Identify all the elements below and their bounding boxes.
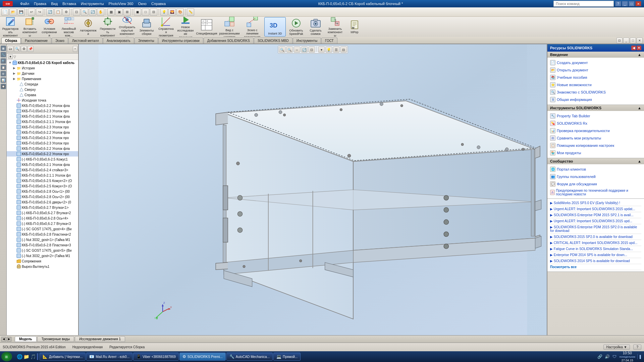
panel-max-button[interactable]: □: [630, 38, 636, 44]
menu-edit[interactable]: Правка: [32, 1, 48, 6]
tool-show-hidden[interactable]: Отобразить скрытые компоненты: [118, 17, 136, 37]
settings-dropdown[interactable]: Настройка ▼: [603, 345, 630, 350]
menu-file[interactable]: Файл: [18, 1, 31, 6]
news-item-3[interactable]: ▶ SOLIDWORKS Enterprise PDM 2015 SP2.1 i…: [550, 212, 641, 218]
news-item-8[interactable]: ▶ Fatigue Curve in SOLIDWORKS Simulation…: [550, 246, 641, 252]
view-wireframe-button[interactable]: □: [142, 8, 149, 16]
link-settings-copy[interactable]: 📋 Помощник копирования настроек: [550, 142, 641, 149]
rebuild-button[interactable]: 🔄: [46, 8, 54, 16]
open-button[interactable]: 📂: [9, 8, 17, 16]
start-button[interactable]: ⊞: [1, 352, 12, 361]
menu-bar[interactable]: Файл Правка Вид Вставка Инструменты Phot…: [18, 1, 168, 6]
tool-insert-component[interactable]: Вставить компоненты: [21, 17, 39, 37]
vp-view-menu[interactable]: ▾: [318, 47, 325, 53]
side-icon-5[interactable]: ⚙: [1, 71, 6, 76]
close-button[interactable]: ✕: [635, 1, 641, 6]
tab-gost[interactable]: ГОСТ: [321, 38, 337, 44]
news-item-1[interactable]: ▶ SolidWorks 2015 SP3.0 EV (Early Visibi…: [550, 200, 641, 206]
tab-nav-left[interactable]: ◀: [1, 337, 6, 342]
side-icon-3[interactable]: 🔍: [1, 58, 6, 64]
intro-section-header[interactable]: Введение ▲: [547, 52, 644, 58]
search-input[interactable]: [553, 1, 614, 7]
tab-layout[interactable]: Расположение: [21, 38, 51, 44]
menu-tools[interactable]: Инструменты: [79, 1, 106, 6]
link-compare[interactable]: ⚖ Сравнить мои результаты: [550, 134, 641, 142]
link-perf-check[interactable]: 📊 Проверка производительности: [550, 127, 641, 134]
taskbar-solidworks[interactable]: ⚙ SOLIDWORKS Premi...: [179, 353, 226, 361]
vp-display[interactable]: ☰: [333, 47, 339, 53]
feature-tree[interactable]: ▼ ККБ-П-0,65х0,6-2 СБ Короб кабель ▶ 📁 И…: [7, 60, 78, 335]
menu-window[interactable]: Окно: [136, 1, 149, 6]
tree-part-4[interactable]: ККБ-П-0,65х0,6-2.3 Уголок про: [7, 124, 78, 130]
link-forum[interactable]: 💬 Форум для обсуждения: [550, 180, 641, 188]
tree-part-17[interactable]: ККБ-П-0,65х0,6-2.8 Ось<2> (00: [7, 194, 78, 199]
link-alerts[interactable]: ⚠ Предупреждения по технической поддержк…: [550, 188, 641, 197]
tree-part-1[interactable]: ККБ-П-0,65х0,6-2.3 Уголок про: [7, 108, 78, 114]
resources-back-btn[interactable]: ◀: [631, 46, 636, 50]
tab-sketch[interactable]: Эскиз: [52, 38, 68, 44]
tree-notes[interactable]: ▶ 📁 Примечания: [7, 76, 78, 81]
viewport[interactable]: 🔍 🔍 ↔ 🔃 ⊡ ▾ 💡 ☰ ⊟: [79, 44, 547, 335]
tool-instant3d[interactable]: 3D Instant 3D: [264, 17, 286, 37]
taskbar-viber[interactable]: 📱 Viber +380661887869: [133, 353, 179, 361]
tree-part-23[interactable]: (-) SC GOST 17475_gost<4> (Ви: [7, 226, 78, 232]
tree-part-12[interactable]: ККБ-П-0,65х0,6-2.4 стойка<3>: [7, 167, 78, 173]
tree-part-19[interactable]: ККБ-П-0,65х0,6-2.7 Втулка<1>: [7, 205, 78, 210]
menu-help[interactable]: Справка: [149, 1, 168, 6]
side-icon-1[interactable]: ▦: [1, 46, 6, 51]
tool-move[interactable]: Переместить компонент: [99, 17, 117, 37]
tree-icon-btn1[interactable]: 🗂: [7, 46, 13, 52]
lighting-button[interactable]: 💡: [160, 8, 168, 16]
taskbar-drawings[interactable]: 📐 Добавить | Чертежи...: [40, 353, 86, 361]
tool-fasteners[interactable]: Автокрепежи: [79, 17, 97, 37]
link-general-info[interactable]: ℹ Общая информация: [550, 96, 641, 103]
taskbar-direct[interactable]: 💻 Прямой...: [273, 353, 301, 361]
view-rotate-button[interactable]: 🔃: [89, 8, 96, 16]
redo-button[interactable]: ↪: [36, 8, 43, 16]
news-item-7[interactable]: ▶ CRITICAL ALERT: Important SOLIDWORKS 2…: [550, 240, 641, 246]
root-expand[interactable]: ▼: [8, 61, 12, 65]
tree-part-6[interactable]: ККБ-П-0,65х0,6-2.3 Уголок про: [7, 135, 78, 140]
minimize-button[interactable]: _: [622, 1, 628, 6]
vp-lights[interactable]: 💡: [325, 47, 332, 53]
link-property-tab[interactable]: 🔧 Property Tab Builder: [550, 112, 641, 120]
tree-part-14[interactable]: ККБ-П-0,65х0,6-2.5 Кожух<2> (О: [7, 178, 78, 183]
vp-rotate[interactable]: 🔃: [301, 47, 308, 53]
tree-origin[interactable]: ▶ Исходная точка: [7, 98, 78, 103]
view-toolbar-btn2[interactable]: ▣: [115, 8, 123, 16]
tree-part-28[interactable]: (-) Nut 3032_gost<2> (Гайка М1: [7, 253, 78, 258]
tool-pattern[interactable]: Линейный массив ком...: [60, 17, 78, 37]
view-section-button[interactable]: ⊟: [150, 8, 157, 16]
tree-part-9[interactable]: ККБ-П-0,65х0,6-2.2 Уголок про: [7, 151, 78, 157]
tree-part-10[interactable]: (-) ККБ-П-0,65х0,6-2.5 Кожус1: [7, 157, 78, 162]
taskbar-autocad[interactable]: 🔧 AutoCAD Mechanica...: [226, 353, 273, 361]
status-question[interactable]: ?: [633, 345, 641, 350]
taskbar-ie[interactable]: 🌐: [17, 354, 22, 359]
vp-hide[interactable]: ⊟: [340, 47, 347, 53]
tree-part-22[interactable]: (-) ККБ-П-0,65х0,6-2.7 Втулка<3: [7, 221, 78, 226]
side-icon-2[interactable]: 🔧: [1, 52, 6, 57]
tree-part-24[interactable]: ККБ-П-0,65х0,6-2.8 Пластина<2: [7, 232, 78, 237]
link-intro-sw[interactable]: 🔍 Знакомство с SOLIDWORKS: [550, 88, 641, 96]
tree-part-7[interactable]: ККБ-П-0,65х0,6-2.3 Уголок про: [7, 140, 78, 146]
vp-pan[interactable]: ↔: [293, 47, 300, 53]
tool-mate[interactable]: Условия сопряжения: [40, 17, 58, 37]
view-toolbar-btn3[interactable]: ⊞: [123, 8, 131, 16]
side-icon-7[interactable]: 🔲: [1, 84, 6, 89]
panel-restore-button[interactable]: ⊡: [616, 38, 623, 44]
taskbar-clock[interactable]: 10:50 понедельник 27.04.15: [619, 351, 635, 362]
tree-front[interactable]: ▶ Спереди: [7, 81, 78, 87]
bottom-tab-motion[interactable]: Исследование движения 1: [75, 336, 125, 342]
options-button[interactable]: ⚙: [62, 8, 70, 16]
tree-part-20[interactable]: (-) ККБ-П-0,65х0,6-2.7 Втулка<2: [7, 210, 78, 216]
tab-sheet-metal[interactable]: Листовой металл: [68, 38, 103, 44]
tree-part-16[interactable]: ККБ-П-0,65х0,6-2.8 Ось<1> (00: [7, 189, 78, 194]
tool-motion[interactable]: Новое исследование движения: [176, 17, 195, 37]
news-item-5[interactable]: ▶ SOLIDWORKS Enterprise PDM 2015 SP2.0 i…: [550, 224, 641, 234]
tree-icon-btn2[interactable]: 🔍: [14, 46, 20, 52]
tool-mprop[interactable]: M МРор: [345, 19, 364, 35]
notes-expand[interactable]: ▶: [12, 77, 16, 81]
tree-part-29[interactable]: Сопряжения: [7, 258, 78, 264]
tree-part-0[interactable]: ККБ-П-0,65х0,6-2.2 Уголок фла: [7, 103, 78, 108]
vp-fit[interactable]: ⊡: [308, 47, 315, 53]
